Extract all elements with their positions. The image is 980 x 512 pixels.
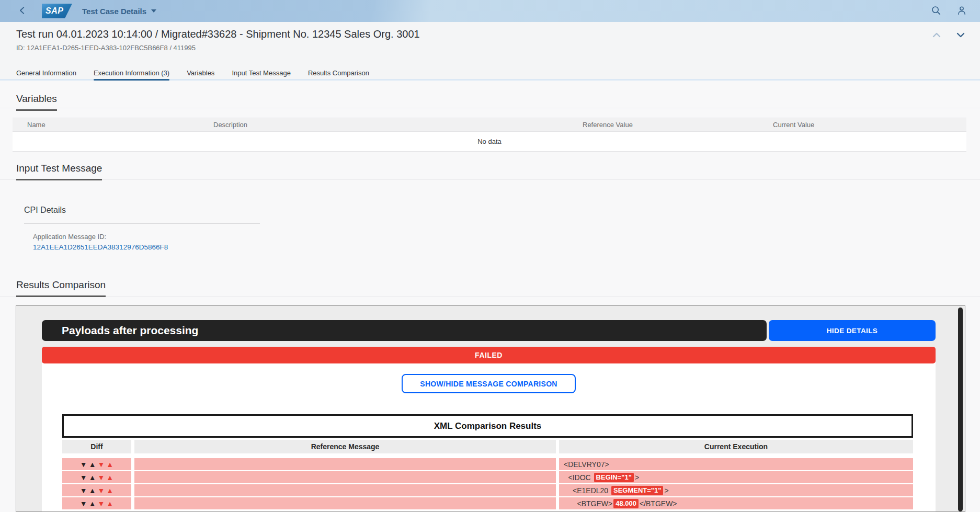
- reference-message-cell: [134, 484, 556, 496]
- column-header-reference-value: Reference Value: [568, 121, 758, 129]
- xml-text: </BTGEW>: [640, 499, 677, 508]
- person-icon: [956, 5, 967, 17]
- triangle-up-black-icon: ▲: [89, 500, 96, 507]
- triangle-up-red-icon: ▲: [106, 500, 113, 507]
- reference-message-cell: [134, 471, 556, 483]
- variables-table: Name Description Reference Value Current…: [13, 118, 966, 152]
- diff-highlight: BEGIN="1": [594, 473, 634, 482]
- column-header-name: Name: [13, 121, 199, 129]
- xml-text: <DELVRY07>: [564, 460, 609, 469]
- tab-input-test-message[interactable]: Input Test Message: [232, 67, 291, 79]
- variables-section-heading[interactable]: Variables: [16, 93, 57, 111]
- xml-text: <BTGEW>: [577, 499, 613, 508]
- shell-bar: SAP Test Case Details: [0, 0, 980, 22]
- triangle-up-black-icon: ▲: [89, 474, 96, 481]
- xml-diff-row: ▼▲▼▲<E1EDL20 SEGMENT="1">: [62, 484, 913, 496]
- collapse-header-button[interactable]: [931, 30, 942, 41]
- payloads-title: Payloads after processing: [62, 324, 198, 337]
- page-subtitle-id: ID: 12A1EEA1-D265-1EED-A383-102FBC5B66F8…: [16, 44, 196, 52]
- application-message-id-label: Application Message ID:: [33, 233, 260, 241]
- triangle-down-red-icon: ▼: [98, 487, 105, 494]
- triangle-down-red-icon: ▼: [98, 500, 105, 507]
- tab-general-information[interactable]: General Information: [16, 67, 76, 79]
- diff-indicator-cell: ▼▲▼▲: [62, 497, 131, 509]
- payloads-title-bar: Payloads after processing: [42, 320, 767, 341]
- sap-logo-text: SAP: [45, 6, 63, 16]
- current-execution-cell: <BTGEW>48.000</BTGEW>: [559, 497, 913, 509]
- header-collapse-controls: [931, 30, 966, 41]
- tab-execution-information[interactable]: Execution Information (3): [94, 67, 169, 79]
- xml-text: >: [664, 486, 668, 495]
- triangle-up-red-icon: ▲: [106, 461, 113, 468]
- back-button[interactable]: [16, 4, 29, 18]
- reference-message-cell: [134, 458, 556, 470]
- tab-variables[interactable]: Variables: [187, 67, 214, 79]
- triangle-up-black-icon: ▲: [89, 487, 96, 494]
- section-divider: [0, 296, 980, 297]
- column-header-current-execution: Current Execution: [559, 440, 913, 453]
- panel-scrollbar[interactable]: [958, 308, 963, 511]
- page-title: Test run 04.01.2023 10:14:00 / Migrated#…: [16, 28, 420, 40]
- search-button[interactable]: [930, 5, 942, 17]
- show-hide-message-comparison-button[interactable]: SHOW/HIDE MESSAGE COMPARISON: [402, 374, 576, 393]
- xml-text: >: [635, 473, 639, 482]
- triangle-down-red-icon: ▼: [98, 461, 105, 468]
- back-chevron-icon: [18, 6, 27, 17]
- triangle-down-black-icon: ▼: [80, 500, 87, 507]
- chevron-down-icon: [955, 30, 966, 42]
- diff-indicator-cell: ▼▲▼▲: [62, 471, 131, 483]
- application-message-id-link[interactable]: 12A1EEA1D2651EEDA38312976D5866F8: [33, 243, 168, 251]
- xml-text: <E1EDL20: [573, 486, 610, 495]
- diff-highlight: 48.000: [613, 499, 639, 508]
- app-title-label: Test Case Details: [82, 7, 146, 16]
- diff-highlight: SEGMENT="1": [611, 486, 663, 495]
- xml-comparison-results-title: XML Comparison Results: [62, 414, 913, 438]
- tab-results-comparison[interactable]: Results Comparison: [308, 67, 369, 79]
- test-case-details-page: SAP Test Case Details Test run 04.01.202…: [0, 0, 980, 512]
- app-title-menu[interactable]: Test Case Details: [82, 0, 156, 22]
- chevron-down-icon: [151, 9, 156, 13]
- xml-text: <IDOC: [568, 473, 593, 482]
- xml-comparison-rows: ▼▲▼▲<DELVRY07>▼▲▼▲<IDOC BEGIN="1">▼▲▼▲<E…: [62, 458, 913, 509]
- current-execution-cell: <E1EDL20 SEGMENT="1">: [559, 484, 913, 496]
- variables-table-header: Name Description Reference Value Current…: [13, 118, 966, 132]
- triangle-down-black-icon: ▼: [80, 461, 87, 468]
- diff-indicator-cell: ▼▲▼▲: [62, 484, 131, 496]
- triangle-up-black-icon: ▲: [89, 461, 96, 468]
- input-test-message-section-heading[interactable]: Input Test Message: [16, 163, 102, 180]
- column-header-diff: Diff: [62, 440, 131, 453]
- results-comparison-section-heading[interactable]: Results Comparison: [16, 279, 106, 297]
- hide-details-button[interactable]: HIDE DETAILS: [769, 320, 936, 341]
- sap-logo[interactable]: SAP: [42, 4, 72, 18]
- xml-table-header: Diff Reference Message Current Execution: [62, 440, 913, 453]
- user-profile-button[interactable]: [956, 5, 967, 17]
- comparison-content: SHOW/HIDE MESSAGE COMPARISON XML Compari…: [42, 362, 936, 512]
- anchor-tab-bar: General Information Execution Informatio…: [0, 67, 980, 81]
- triangle-down-black-icon: ▼: [80, 474, 87, 481]
- current-execution-cell: <IDOC BEGIN="1">: [559, 471, 913, 483]
- triangle-down-red-icon: ▼: [98, 474, 105, 481]
- chevron-up-icon: [931, 30, 942, 42]
- column-header-reference-message: Reference Message: [134, 440, 556, 453]
- cpi-divider: [24, 223, 260, 224]
- section-divider: [0, 179, 980, 180]
- xml-diff-row: ▼▲▼▲<BTGEW>48.000</BTGEW>: [62, 497, 913, 509]
- triangle-down-black-icon: ▼: [80, 487, 87, 494]
- results-comparison-panel: Payloads after processing HIDE DETAILS F…: [16, 305, 965, 512]
- column-header-description: Description: [199, 121, 568, 129]
- diff-indicator-cell: ▼▲▼▲: [62, 458, 131, 470]
- status-banner-failed: FAILED: [42, 347, 936, 363]
- no-data-row: No data: [13, 132, 966, 152]
- current-execution-cell: <DELVRY07>: [559, 458, 913, 470]
- section-divider: [0, 108, 980, 108]
- triangle-up-red-icon: ▲: [106, 487, 113, 494]
- cpi-details-heading: CPI Details: [24, 206, 260, 215]
- xml-diff-row: ▼▲▼▲<IDOC BEGIN="1">: [62, 471, 913, 483]
- expand-header-button[interactable]: [955, 30, 966, 41]
- object-header: Test run 04.01.2023 10:14:00 / Migrated#…: [0, 22, 980, 67]
- shell-actions: [930, 0, 967, 22]
- cpi-details-card: CPI Details Application Message ID: 12A1…: [24, 206, 260, 252]
- xml-diff-row: ▼▲▼▲<DELVRY07>: [62, 458, 913, 470]
- triangle-up-red-icon: ▲: [106, 474, 113, 481]
- reference-message-cell: [134, 497, 556, 509]
